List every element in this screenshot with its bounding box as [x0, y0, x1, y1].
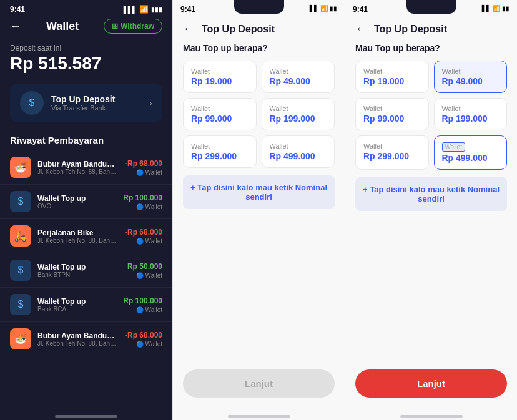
wallet-header: ← Wallet ⊞ Withdraw [0, 16, 172, 39]
amount-label: Wallet [442, 67, 500, 75]
home-indicator-dark [55, 415, 117, 418]
payment-name: Wallet Top up [37, 263, 121, 271]
list-item[interactable]: 🛵 Perjalanan Bike Jl. Kebon Teh No. 88, … [0, 219, 172, 253]
payment-sub: Jl. Kebon Teh No. 88, Bandun... [37, 168, 119, 175]
top-up-left: $ Top Up Deposit Via Transfer Bank [20, 91, 115, 115]
payment-sub: OVO [37, 203, 117, 210]
payment-method: 🔵 Wallet [125, 341, 162, 348]
payment-sub: Bank BTPN [37, 271, 121, 278]
topup-header-p2: ← Top Up Deposit [173, 17, 345, 41]
back-button-p3[interactable]: ← [355, 22, 367, 36]
withdraw-button[interactable]: ⊞ Withdraw [104, 19, 162, 34]
payment-amount: Rp 100.000 [123, 193, 162, 202]
status-bar-dark: 9:41 ▌▌▌ 📶 ▮▮▮ [0, 0, 172, 16]
payment-amount: -Rp 68.000 [125, 228, 162, 237]
amount-label: Wallet [191, 105, 249, 112]
amount-label: Wallet [363, 105, 421, 112]
payment-name: Perjalanan Bike [37, 228, 119, 237]
bottom-bar-dark [0, 408, 172, 420]
wallet-icon: $ [10, 191, 31, 212]
amount-card-199-p3[interactable]: Wallet Rp 199.000 [434, 98, 508, 130]
top-up-card[interactable]: $ Top Up Deposit Via Transfer Bank › [10, 84, 162, 122]
wallet-icon: $ [10, 260, 31, 281]
payment-method: 🔵 Wallet [125, 238, 162, 245]
wifi-icon-p2: 📶 [320, 5, 328, 12]
payment-right: -Rp 68.000 🔵 Wallet [125, 331, 162, 348]
list-item[interactable]: 🍜 Bubur Ayam Bandung Bara... Jl. Kebon T… [0, 150, 172, 185]
custom-amount-button-p3[interactable]: + Tap disini kalo mau ketik Nominal send… [355, 177, 507, 211]
amount-value: Rp 199.000 [442, 114, 500, 124]
payment-info: Wallet Top up Bank BTPN [37, 263, 121, 278]
amount-card-299[interactable]: Wallet Rp 299.000 [183, 135, 257, 168]
wallet-screen: 9:41 ▌▌▌ 📶 ▮▮▮ ← Wallet ⊞ Withdraw Depos… [0, 0, 172, 420]
amount-card-19-p3[interactable]: Wallet Rp 19.000 [355, 61, 429, 93]
payment-right: Rp 50.000 🔵 Wallet [127, 262, 162, 279]
custom-amount-button-p2[interactable]: + Tap disini kalo mau ketik Nominal send… [183, 175, 335, 209]
topup-question-p3: Mau Top up berapa? [345, 41, 517, 61]
topup-question-p2: Mau Top up berapa? [173, 41, 345, 61]
payment-list: 🍜 Bubur Ayam Bandung Bara... Jl. Kebon T… [0, 150, 172, 408]
amount-value: Rp 299.000 [191, 151, 249, 161]
amount-card-499-p3-input[interactable]: Wallet Rp 499.000 [434, 135, 508, 170]
top-up-icon-wrap: $ [20, 91, 44, 115]
lanjut-button-p2[interactable]: Lanjut [183, 369, 335, 398]
deposit-label: Deposit saat ini [10, 44, 162, 52]
amount-card-19[interactable]: Wallet Rp 19.000 [183, 61, 257, 93]
back-button-dark[interactable]: ← [10, 20, 21, 33]
list-item[interactable]: 🍜 Bubur Ayam Bandung Bara... Jl. Kebon T… [0, 322, 172, 356]
back-button-p2[interactable]: ← [183, 22, 194, 36]
amount-card-49[interactable]: Wallet Rp 49.000 [262, 61, 335, 93]
top-up-subtitle: Via Transfer Bank [51, 104, 115, 112]
payment-sub: Jl. Kebon Teh No. 88, Bandun... [37, 340, 119, 347]
top-up-title: Top Up Deposit [51, 94, 115, 104]
amount-label: Wallet [270, 105, 327, 112]
payment-method: 🔵 Wallet [127, 272, 162, 279]
time-panel2: 9:41 [173, 0, 225, 19]
lanjut-button-p3[interactable]: Lanjut [355, 369, 507, 398]
payment-info: Wallet Top up OVO [37, 194, 117, 210]
payment-info: Wallet Top up Bank BCA [37, 297, 117, 313]
list-item[interactable]: $ Wallet Top up Bank BCA Rp 100.000 🔵 Wa… [0, 288, 172, 322]
list-item[interactable]: $ Wallet Top up Bank BTPN Rp 50.000 🔵 Wa… [0, 253, 172, 288]
deposit-amount: Rp 515.587 [10, 54, 162, 74]
payment-info: Perjalanan Bike Jl. Kebon Teh No. 88, Ba… [37, 228, 119, 244]
home-indicator-p2 [228, 415, 290, 418]
bike-icon: 🛵 [10, 225, 31, 247]
amount-value: Rp 299.000 [363, 151, 421, 161]
amount-label: Wallet [270, 67, 327, 75]
food-icon: 🍜 [10, 328, 31, 349]
deposit-info: Deposit saat ini Rp 515.587 [0, 39, 172, 84]
amount-label: Wallet [270, 142, 327, 150]
withdraw-label: Withdraw [121, 22, 154, 31]
payment-name: Bubur Ayam Bandung Bara... [37, 331, 119, 340]
amount-card-499[interactable]: Wallet Rp 499.000 [262, 135, 335, 168]
food-icon: 🍜 [10, 157, 31, 178]
payment-amount: -Rp 68.000 [125, 331, 162, 339]
notch-panel3 [406, 0, 456, 14]
amount-card-49-p3-selected[interactable]: Wallet Rp 49.000 [434, 61, 508, 93]
amount-card-99[interactable]: Wallet Rp 99.000 [183, 98, 257, 130]
amount-card-299-p3[interactable]: Wallet Rp 299.000 [355, 135, 429, 170]
riwayat-title: Riwayat Pembayaran [0, 132, 172, 150]
amount-card-99-p3[interactable]: Wallet Rp 99.000 [355, 98, 429, 130]
dollar-icon: $ [29, 97, 35, 109]
signal-icon: ▌▌▌ [124, 6, 137, 13]
status-icons-panel3: ▌▌ 📶 ▮▮ [466, 0, 518, 17]
payment-amount: Rp 100.000 [123, 296, 162, 305]
amount-value: Rp 49.000 [442, 76, 500, 86]
list-item[interactable]: $ Wallet Top up OVO Rp 100.000 🔵 Wallet [0, 185, 172, 219]
amount-label: Wallet [363, 142, 421, 150]
payment-name: Wallet Top up [37, 297, 117, 306]
payment-right: Rp 100.000 🔵 Wallet [123, 193, 162, 210]
payment-method: 🔵 Wallet [123, 306, 162, 313]
amount-value: Rp 99.000 [363, 114, 421, 124]
payment-info: Bubur Ayam Bandung Bara... Jl. Kebon Teh… [37, 331, 119, 347]
payment-info: Bubur Ayam Bandung Bara... Jl. Kebon Teh… [37, 160, 119, 175]
amount-card-199[interactable]: Wallet Rp 199.000 [262, 98, 335, 130]
payment-right: -Rp 68.000 🔵 Wallet [125, 228, 162, 245]
payment-sub: Bank BCA [37, 306, 117, 313]
payment-name: Wallet Top up [37, 194, 117, 203]
payment-method: 🔵 Wallet [123, 203, 162, 210]
amount-label: Wallet [442, 105, 500, 112]
amount-label: Wallet [191, 142, 249, 150]
